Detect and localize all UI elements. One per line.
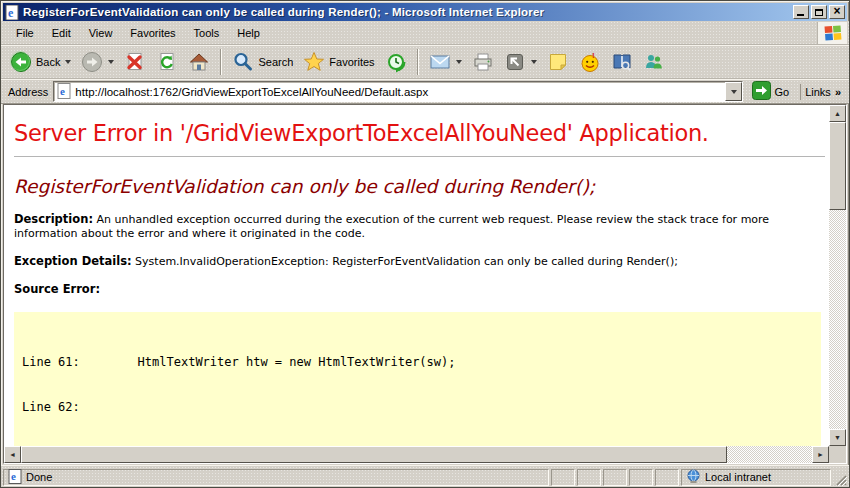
home-icon [188, 51, 210, 73]
links-chevron-icon: » [835, 86, 840, 98]
go-label: Go [775, 86, 790, 98]
scroll-up-button[interactable]: ▲ [829, 105, 846, 122]
status-ie-icon: e [8, 469, 22, 486]
source-error-label: Source Error: [14, 282, 100, 296]
menu-tools[interactable]: Tools [185, 24, 229, 42]
scroll-down-button[interactable]: ▼ [829, 429, 846, 446]
go-button[interactable]: Go [748, 79, 794, 104]
stop-button[interactable] [119, 47, 151, 77]
svg-text:!: ! [592, 51, 595, 60]
close-icon: × [833, 5, 840, 17]
svg-text:e: e [60, 85, 65, 97]
horizontal-scrollbar[interactable]: ◄ ► [4, 446, 829, 463]
search-button[interactable]: Search [227, 47, 298, 77]
vertical-scrollbar[interactable]: ▲ ▼ [829, 105, 846, 446]
security-zone-pane: Local intranet [681, 469, 831, 486]
forward-dropdown-icon [108, 60, 114, 64]
mail-icon [429, 51, 451, 73]
browser-viewport: Server Error in '/GridViewExportToExcelA… [3, 104, 847, 464]
menu-help[interactable]: Help [228, 24, 269, 42]
scroll-left-button[interactable]: ◄ [4, 446, 21, 463]
globe-icon [686, 469, 701, 486]
address-label: Address [6, 86, 48, 98]
page-title: Server Error in '/GridViewExportToExcelA… [14, 120, 825, 146]
status-pane [577, 469, 601, 486]
search-label: Search [258, 56, 293, 68]
vertical-scroll-thumb[interactable] [829, 122, 846, 210]
minimize-icon [797, 14, 804, 16]
print-button[interactable] [467, 47, 499, 77]
print-icon [472, 51, 494, 73]
refresh-icon [156, 51, 178, 73]
code-line-62: Line 62: [22, 400, 813, 415]
yahoo-messenger-button[interactable]: ! [574, 47, 606, 77]
standard-toolbar: Back Searc [1, 45, 849, 79]
edit-icon [504, 51, 526, 73]
maximize-button[interactable] [811, 5, 827, 19]
mail-button[interactable] [424, 47, 467, 77]
history-icon [385, 51, 407, 73]
history-button[interactable] [380, 47, 412, 77]
description-text: An unhandled exception occurred during t… [14, 213, 769, 240]
divider [14, 156, 825, 157]
menu-favorites[interactable]: Favorites [121, 24, 184, 42]
menu-bar: File Edit View Favorites Tools Help [1, 21, 849, 45]
description-label: Description: [14, 212, 93, 226]
forward-button[interactable] [76, 47, 119, 77]
resize-grip[interactable] [833, 469, 847, 486]
toolbar-separator [417, 49, 419, 75]
scrollbar-corner [829, 446, 846, 463]
back-button[interactable]: Back [5, 47, 76, 77]
description-paragraph: Description: An unhandled exception occu… [14, 212, 825, 241]
menu-edit[interactable]: Edit [43, 24, 80, 42]
status-pane [551, 469, 575, 486]
stop-icon [124, 51, 146, 73]
home-button[interactable] [183, 47, 215, 77]
vertical-scroll-track[interactable] [829, 210, 846, 429]
messenger-button[interactable] [638, 47, 670, 77]
research-book-icon [611, 51, 633, 73]
research-button[interactable] [606, 47, 638, 77]
maximize-icon [815, 9, 823, 16]
status-pane [603, 469, 627, 486]
status-text: Done [26, 471, 52, 483]
exception-paragraph: Exception Details: System.InvalidOperati… [14, 254, 825, 269]
menu-view[interactable]: View [80, 24, 122, 42]
title-bar[interactable]: e RegisterForEventValidation can only be… [3, 3, 847, 21]
favorites-label: Favorites [329, 56, 374, 68]
ie-page-icon: e [5, 5, 20, 20]
toolbar-separator [220, 49, 222, 75]
links-button[interactable]: Links » [800, 84, 844, 100]
address-dropdown-icon [731, 90, 737, 94]
favorites-button[interactable]: Favorites [298, 47, 379, 77]
address-bar: Address e http://localhost:1762/GridView… [1, 79, 849, 104]
exception-details-label: Exception Details: [14, 254, 132, 268]
horizontal-scroll-thumb[interactable] [21, 446, 727, 463]
horizontal-scroll-track[interactable] [727, 446, 812, 463]
messenger-people-icon [643, 51, 665, 73]
minimize-button[interactable] [793, 5, 809, 19]
edit-button[interactable] [499, 47, 542, 77]
sticky-note-icon [547, 51, 569, 73]
close-button[interactable]: × [829, 5, 845, 19]
svg-text:e: e [8, 6, 14, 20]
svg-text:e: e [11, 470, 16, 482]
go-arrow-icon [752, 81, 771, 102]
source-code-block: Line 61: HtmlTextWriter htw = new HtmlTe… [14, 312, 821, 446]
status-pane [655, 469, 679, 486]
url-page-icon: e [57, 83, 71, 101]
source-error-paragraph: Source Error: [14, 282, 825, 297]
sticky-note-button[interactable] [542, 47, 574, 77]
favorites-star-icon [303, 51, 325, 73]
code-line-61: Line 61: HtmlTextWriter htw = new HtmlTe… [22, 355, 813, 370]
refresh-button[interactable] [151, 47, 183, 77]
address-url-text[interactable]: http://localhost:1762/GridViewExportToEx… [75, 86, 720, 98]
status-message-pane: e Done [3, 469, 549, 486]
address-input[interactable]: e http://localhost:1762/GridViewExportTo… [53, 81, 742, 102]
mail-dropdown-icon [456, 60, 462, 64]
browser-window: e RegisterForEventValidation can only be… [0, 0, 850, 488]
security-zone-text: Local intranet [705, 471, 771, 483]
menu-file[interactable]: File [7, 24, 43, 42]
address-dropdown-button[interactable] [725, 82, 742, 101]
scroll-right-button[interactable]: ► [812, 446, 829, 463]
